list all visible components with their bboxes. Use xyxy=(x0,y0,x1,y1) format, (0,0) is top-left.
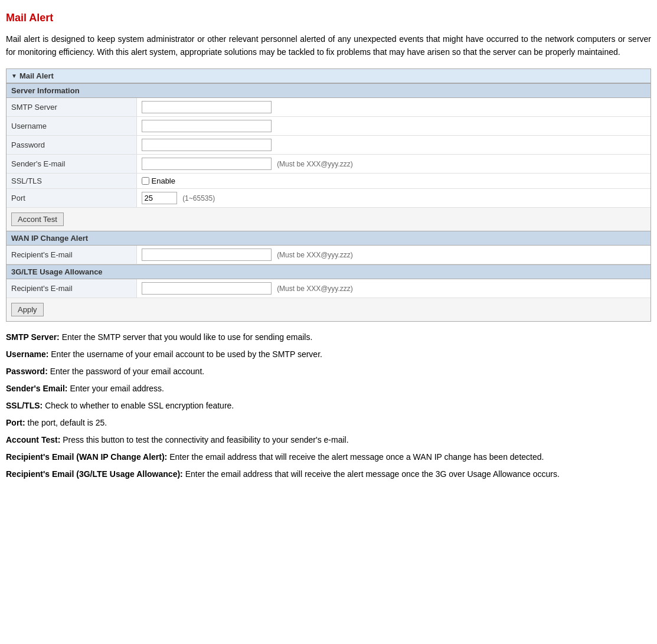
lte-section-header: 3G/LTE Usage Allowance xyxy=(6,264,651,279)
mail-alert-header-label: Mail Alert xyxy=(19,71,54,80)
password-input[interactable] xyxy=(142,139,272,151)
lte-recipient-cell: (Must be XXX@yyy.zzz) xyxy=(136,279,651,298)
port-input[interactable] xyxy=(142,192,177,204)
collapse-arrow-icon: ▼ xyxy=(11,73,17,79)
desc-wan-recipient: Recipient's Email (WAN IP Change Alert):… xyxy=(6,451,651,463)
desc-username-text: Enter the username of your email account… xyxy=(51,349,322,359)
desc-wan-recipient-text: Enter the email address that will receiv… xyxy=(169,452,544,462)
table-row: SMTP Server xyxy=(6,98,651,117)
port-label: Port xyxy=(6,188,136,207)
desc-ssl: SSL/TLS: Check to whether to enable SSL … xyxy=(6,400,651,412)
table-row: Sender's E-mail (Must be XXX@yyy.zzz) xyxy=(6,154,651,173)
desc-smtp-text: Enter the SMTP server that you would lik… xyxy=(62,332,313,342)
table-row: Recipient's E-mail (Must be XXX@yyy.zzz) xyxy=(6,246,651,264)
desc-lte-recipient: Recipient's Email (3G/LTE Usage Allowanc… xyxy=(6,468,651,480)
desc-port-term: Port: xyxy=(6,418,25,427)
username-cell xyxy=(136,116,651,135)
desc-wan-recipient-term: Recipient's Email (WAN IP Change Alert): xyxy=(6,452,167,462)
ssl-label: SSL/TLS xyxy=(6,173,136,188)
desc-password-text: Enter the password of your email account… xyxy=(50,367,204,376)
sender-email-cell: (Must be XXX@yyy.zzz) xyxy=(136,154,651,173)
apply-row: Apply xyxy=(6,298,651,321)
wan-table: Recipient's E-mail (Must be XXX@yyy.zzz) xyxy=(6,246,651,264)
username-input[interactable] xyxy=(142,120,272,132)
smtp-server-input[interactable] xyxy=(142,101,272,113)
password-label: Password xyxy=(6,135,136,154)
desc-ssl-text: Check to whether to enable SSL encryptio… xyxy=(45,401,234,410)
apply-button[interactable]: Apply xyxy=(11,303,44,316)
desc-sender-email-term: Sender's Email: xyxy=(6,384,67,393)
desc-username-term: Username: xyxy=(6,349,48,359)
desc-port: Port: the port, default is 25. xyxy=(6,417,651,429)
wan-recipient-label: Recipient's E-mail xyxy=(6,246,136,264)
port-cell: (1~65535) xyxy=(136,188,651,207)
lte-recipient-label: Recipient's E-mail xyxy=(6,279,136,298)
desc-lte-recipient-text: Enter the email address that will receiv… xyxy=(185,469,560,479)
port-hint: (1~65535) xyxy=(182,194,215,202)
ssl-checkbox[interactable] xyxy=(142,177,149,185)
wan-recipient-hint: (Must be XXX@yyy.zzz) xyxy=(277,251,353,259)
mail-alert-header: ▼ Mail Alert xyxy=(6,69,651,83)
desc-ssl-term: SSL/TLS: xyxy=(6,401,43,410)
lte-recipient-hint: (Must be XXX@yyy.zzz) xyxy=(277,285,353,293)
ssl-cell: Enable xyxy=(136,173,651,188)
table-row: SSL/TLS Enable xyxy=(6,173,651,188)
desc-username: Username: Enter the username of your ema… xyxy=(6,348,651,361)
sender-email-hint: (Must be XXX@yyy.zzz) xyxy=(277,160,353,168)
sender-email-label: Sender's E-mail xyxy=(6,154,136,173)
server-info-table: SMTP Server Username Password Sender's E… xyxy=(6,98,651,208)
server-info-section: Server Information xyxy=(6,83,651,98)
desc-smtp: SMTP Server: Enter the SMTP server that … xyxy=(6,331,651,344)
account-test-row: Accont Test xyxy=(6,208,651,231)
desc-port-text: the port, default is 25. xyxy=(28,418,107,427)
desc-password: Password: Enter the password of your ema… xyxy=(6,365,651,378)
wan-recipient-input[interactable] xyxy=(142,249,272,261)
account-test-button[interactable]: Accont Test xyxy=(11,213,64,226)
intro-text: Mail alert is designed to keep system ad… xyxy=(6,32,651,59)
desc-account-test: Account Test: Press this button to test … xyxy=(6,434,651,446)
desc-sender-email-text: Enter your email address. xyxy=(70,384,164,393)
wan-section-header: WAN IP Change Alert xyxy=(6,231,651,246)
smtp-server-cell xyxy=(136,98,651,117)
password-cell xyxy=(136,135,651,154)
desc-sender-email: Sender's Email: Enter your email address… xyxy=(6,383,651,395)
desc-password-term: Password: xyxy=(6,367,48,376)
sender-email-input[interactable] xyxy=(142,158,272,170)
table-row: Password xyxy=(6,135,651,154)
mail-alert-box: ▼ Mail Alert Server Information SMTP Ser… xyxy=(6,68,651,322)
descriptions-section: SMTP Server: Enter the SMTP server that … xyxy=(6,331,651,480)
desc-smtp-term: SMTP Server: xyxy=(6,332,60,342)
desc-account-test-text: Press this button to test the connectivi… xyxy=(63,435,348,444)
table-row: Port (1~65535) xyxy=(6,188,651,207)
smtp-server-label: SMTP Server xyxy=(6,98,136,117)
username-label: Username xyxy=(6,116,136,135)
page-title: Mail Alert xyxy=(6,12,651,24)
table-row: Recipient's E-mail (Must be XXX@yyy.zzz) xyxy=(6,279,651,298)
desc-account-test-term: Account Test: xyxy=(6,435,60,444)
lte-recipient-input[interactable] xyxy=(142,282,272,295)
table-row: Username xyxy=(6,116,651,135)
ssl-enable-label: Enable xyxy=(152,176,175,185)
desc-lte-recipient-term: Recipient's Email (3G/LTE Usage Allowanc… xyxy=(6,469,183,479)
wan-recipient-cell: (Must be XXX@yyy.zzz) xyxy=(136,246,651,264)
lte-table: Recipient's E-mail (Must be XXX@yyy.zzz) xyxy=(6,279,651,298)
